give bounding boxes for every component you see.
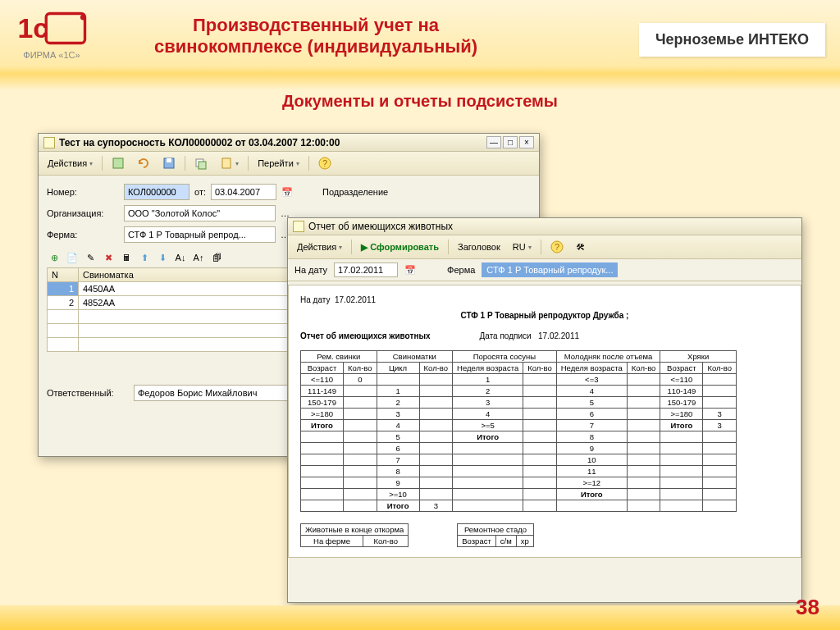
org-input[interactable]	[124, 205, 276, 221]
add-icon[interactable]: ⊕	[47, 250, 62, 265]
edit-icon[interactable]: ✎	[83, 250, 98, 265]
maximize-button[interactable]: □	[503, 136, 518, 148]
label-dept: Подразделение	[322, 187, 388, 197]
calendar-icon[interactable]: 📅	[404, 265, 416, 276]
title-bar[interactable]: Отчет об имеющихся животных	[288, 218, 801, 235]
farm-filter-value[interactable]: СТФ 1 Р Товарный репродук...	[482, 262, 618, 277]
svg-text:?: ?	[322, 158, 327, 168]
copy-icon[interactable]: 📄	[65, 250, 80, 265]
report-farm-line: СТФ 1 Р Товарный репродуктор Дружба ;	[300, 311, 789, 320]
actions-menu[interactable]: Действия	[43, 156, 98, 171]
date-filter-input[interactable]	[334, 262, 398, 277]
report-title: Отчет об имеющихся животных	[300, 331, 431, 340]
svg-rect-8	[222, 158, 231, 168]
slide-title: Производственный учет насвинокомплексе (…	[139, 15, 492, 58]
svg-rect-5	[167, 158, 171, 162]
col-n[interactable]: N	[48, 268, 79, 282]
label-farm: Ферма	[447, 265, 475, 275]
lang-select[interactable]: RU	[508, 240, 536, 254]
responsible-input[interactable]	[134, 385, 290, 401]
delete-icon[interactable]: ✖	[101, 250, 116, 265]
up-icon[interactable]: ⬆	[137, 250, 152, 265]
window-icon	[293, 221, 304, 232]
report-body: На дату 17.02.2011 СТФ 1 Р Товарный репр…	[288, 285, 801, 558]
svg-text:?: ?	[555, 242, 559, 252]
filter-bar: На дату 📅 Ферма СТФ 1 Р Товарный репроду…	[288, 259, 801, 281]
toolbar: Действия Перейти ?	[39, 152, 539, 176]
svg-rect-0	[46, 14, 84, 43]
label-date: На дату	[294, 265, 327, 275]
save-icon[interactable]	[158, 154, 180, 172]
label-farm: Ферма:	[47, 230, 119, 240]
slide-header: 1с ФИРМА «1С» Производственный учет насв…	[0, 0, 840, 74]
calc-icon[interactable]: 🖩	[119, 250, 134, 265]
label-from: от:	[194, 187, 206, 197]
down-icon[interactable]: ⬇	[155, 250, 170, 265]
company-badge: Черноземье ИНТЕКО	[639, 23, 825, 57]
toolbar: Действия ▶ Сформировать Заголовок RU ? 🛠	[288, 235, 801, 259]
settings-icon[interactable]: 🛠	[571, 240, 590, 254]
logo-1c: 1с ФИРМА «1С»	[15, 10, 89, 60]
svg-point-2	[80, 15, 86, 21]
actions-menu[interactable]: Действия	[292, 240, 347, 254]
farm-input[interactable]	[124, 226, 276, 243]
fill-icon[interactable]: 🗐	[209, 250, 224, 265]
label-org: Организация:	[47, 208, 119, 218]
sort-asc-icon[interactable]: A↓	[173, 250, 188, 265]
number-input[interactable]	[124, 184, 189, 200]
section-title: Документы и отчеты подсистемы	[0, 92, 840, 111]
report-table: Рем. свинки Свиноматки Поросята сосуны М…	[300, 350, 737, 512]
movement-icon[interactable]	[189, 154, 212, 172]
report-table-2: Животные в конце откорма Ремонтное стадо…	[300, 523, 534, 547]
page-number: 38	[796, 595, 819, 620]
label-responsible: Ответственный:	[47, 388, 129, 398]
post-icon[interactable]	[107, 154, 130, 172]
help-icon[interactable]: ?	[313, 154, 336, 172]
window-title-text: Отчет об имеющихся животных	[308, 221, 453, 232]
date-input[interactable]	[211, 184, 276, 200]
basis-icon[interactable]	[215, 154, 244, 172]
goto-menu[interactable]: Перейти	[253, 156, 304, 171]
run-button[interactable]: ▶ Сформировать	[356, 240, 444, 255]
title-bar[interactable]: Тест на супоросность КОЛ00000002 от 03.0…	[39, 134, 539, 152]
window-title-text: Тест на супоросность КОЛ00000002 от 03.0…	[59, 137, 340, 148]
calendar-icon[interactable]: 📅	[281, 187, 293, 198]
rollback-icon[interactable]	[132, 154, 155, 172]
footer-gradient	[0, 605, 840, 630]
svg-rect-7	[199, 162, 206, 169]
help-icon[interactable]: ?	[546, 238, 568, 256]
svg-text:1с: 1с	[17, 12, 48, 43]
close-button[interactable]: ×	[519, 136, 534, 148]
header-button[interactable]: Заголовок	[453, 240, 505, 254]
svg-rect-3	[113, 158, 123, 168]
window-animals-report: Отчет об имеющихся животных Действия ▶ С…	[287, 217, 802, 603]
minimize-button[interactable]: —	[486, 136, 501, 148]
sort-desc-icon[interactable]: A↑	[191, 250, 206, 265]
window-icon	[43, 137, 55, 148]
label-number: Номер:	[47, 187, 119, 197]
